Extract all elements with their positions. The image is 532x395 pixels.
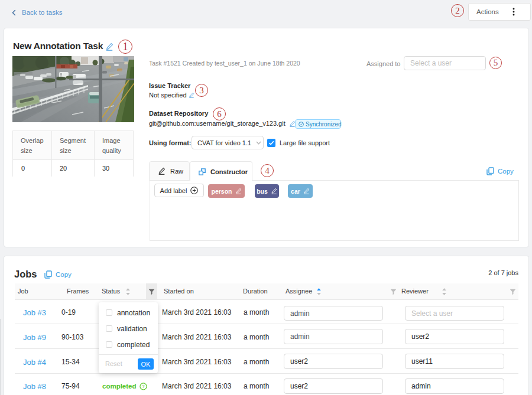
- svg-text:?: ?: [142, 384, 145, 389]
